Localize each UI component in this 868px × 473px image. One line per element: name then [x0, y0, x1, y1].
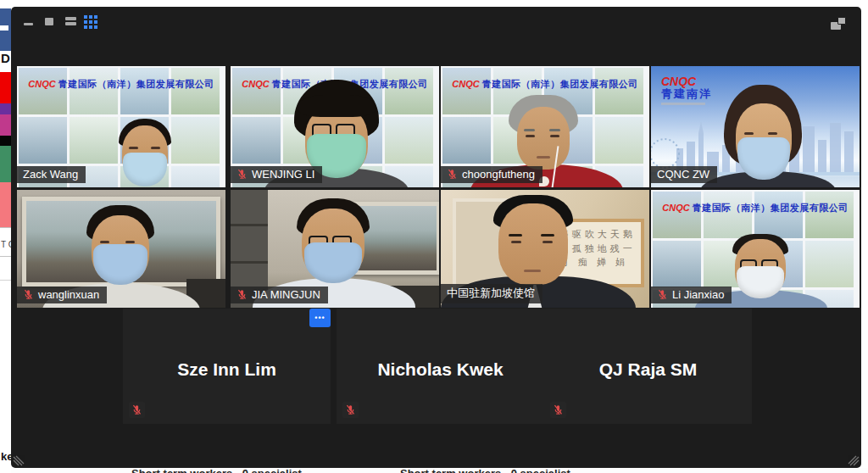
backdrop-photo: [805, 192, 854, 238]
muted-mic-icon: [131, 404, 142, 415]
video-tile-wanglinxuan[interactable]: wanglinxuan: [17, 190, 225, 308]
backdrop-photo: [232, 117, 281, 164]
more-options-button[interactable]: •••: [309, 309, 331, 327]
backdrop-photo: [704, 192, 752, 238]
backdrop-photo: [171, 68, 220, 114]
company-banner: CNQC青建国际（南洋）集团发展有限公司: [17, 78, 225, 91]
backdrop-photo: [120, 68, 169, 114]
logo-underline: [661, 103, 705, 105]
cnqc-logo-text: CNQC: [452, 79, 479, 89]
participant-person: [717, 85, 810, 187]
exit-fullscreen-icon-part: [837, 17, 846, 25]
muted-mic-chip: [342, 402, 359, 418]
video-tile-embassy[interactable]: 亭驱吹大天鹅 常孤独地残一 月 痴 婵 娟 中国驻新加坡使馆: [441, 190, 649, 308]
backdrop-photo: [442, 117, 491, 164]
muted-mic-icon: [553, 404, 564, 415]
meeting-window: CNQC青建国际（南洋）集团发展有限公司 Zack Wang CNQC青建国际（…: [11, 7, 861, 468]
muted-mic-icon: [236, 289, 248, 300]
backdrop-photo: [653, 241, 701, 287]
background-letter-d: D: [1, 51, 10, 65]
backdrop-photo: [442, 68, 491, 114]
backdrop-photo: [385, 68, 433, 114]
company-banner-text: 青建国际（南洋）集团发展有限公司: [58, 79, 214, 89]
backdrop-photo: [653, 192, 701, 238]
backdrop-photo: [232, 68, 281, 114]
shelf-line: [231, 224, 268, 226]
cnqc-logo-text: CNQC: [28, 79, 55, 89]
exit-fullscreen-icon[interactable]: [831, 17, 846, 30]
backdrop-photo: [595, 68, 643, 114]
shelf-line: [231, 261, 268, 264]
background-blue-cell-dash: [0, 25, 8, 31]
background-black-cell: [0, 136, 11, 146]
participant-name: WENJING LI: [252, 168, 314, 181]
muted-mic-icon: [447, 169, 458, 180]
muted-mic-icon: [23, 289, 34, 300]
muted-mic-icon: [345, 404, 356, 415]
background-gridline: [0, 256, 11, 257]
background-app-sliver: D T C ke: [0, 0, 11, 473]
cnqc-logo-text: CNQC: [662, 203, 689, 213]
background-purple-cell: [0, 103, 11, 114]
minimize-icon[interactable]: [24, 23, 33, 25]
backdrop-photo: [70, 68, 118, 114]
participant-name: JIA MINGJUN: [252, 288, 320, 301]
name-label: choongfutheng: [441, 166, 542, 183]
backdrop-photo: [385, 117, 433, 164]
audio-tile-nicholas-kwek[interactable]: Nicholas Kwek: [337, 309, 544, 424]
maximize-icon[interactable]: [45, 18, 53, 25]
backdrop-photo: [595, 117, 643, 164]
muted-mic-chip: [129, 402, 145, 418]
speaker-view-icon[interactable]: [65, 17, 76, 25]
video-tile-zack-wang[interactable]: CNQC青建国际（南洋）集团发展有限公司 Zack Wang: [17, 66, 225, 187]
name-label: JIA MINGJUN: [231, 287, 328, 303]
audio-tile-qj-raja-sm[interactable]: QJ Raja SM: [544, 309, 752, 424]
video-tile-jia-mingjun[interactable]: JIA MINGJUN: [231, 190, 439, 308]
company-banner: CNQC青建国际（南洋）集团发展有限公司: [441, 78, 649, 91]
participant-name: Zack Wang: [23, 168, 78, 181]
muted-mic-chip: [550, 402, 566, 418]
name-label: WENJING LI: [231, 166, 322, 183]
resize-grip-right[interactable]: [848, 454, 860, 466]
video-tile-li-jianxiao[interactable]: CNQC青建国际（南洋）集团发展有限公司 Li Jianxiao: [651, 190, 860, 308]
participant-name: QJ Raja SM: [544, 359, 752, 380]
participant-name: Sze Inn Lim: [123, 359, 331, 380]
name-label: 中国驻新加坡使馆: [441, 284, 542, 303]
backdrop-photo: [805, 241, 854, 287]
backdrop-photo: [19, 68, 67, 114]
company-banner-text: 青建国际（南洋）集团发展有限公司: [693, 203, 849, 213]
name-label: Li Jianxiao: [651, 287, 732, 303]
background-letters-ke: ke: [1, 450, 11, 463]
participant-name: 中国驻新加坡使馆: [447, 286, 535, 301]
name-label: CQNC ZW: [651, 166, 717, 183]
muted-mic-icon: [236, 169, 248, 180]
background-red-cell: [0, 72, 11, 103]
resize-grip-left[interactable]: [13, 454, 25, 466]
video-tile-wenjing-li[interactable]: CNQC青建国际（南洋）集团发展有限公司 WENJING LI: [231, 66, 439, 187]
background-green-cell: [0, 146, 11, 182]
cnqc-skyline-logo: CNQC 青建南洋: [661, 75, 712, 105]
participant-name: wanglinxuan: [38, 288, 99, 301]
name-label: wanglinxuan: [17, 287, 107, 303]
video-tile-choongfutheng[interactable]: CNQC青建国际（南洋）集团发展有限公司 choongfutheng: [441, 66, 649, 187]
gallery-view-icon[interactable]: [84, 15, 97, 29]
participant-name: Nicholas Kwek: [337, 359, 544, 380]
cnqc-logo-text: CNQC: [242, 79, 269, 89]
background-magenta-cell: [0, 114, 11, 136]
cnqc-logo-text: CNQC: [661, 75, 712, 88]
company-banner-text: 青建国际（南洋）集团发展有限公司: [482, 79, 638, 89]
background-partial-text: Short term workers - 0 specialist: [131, 468, 302, 473]
participant-name: choongfutheng: [462, 168, 535, 181]
muted-mic-icon: [657, 289, 668, 300]
background-gridline: [0, 280, 11, 281]
video-tile-cqnc-zw[interactable]: CNQC 青建南洋 CQNC ZW: [651, 66, 860, 187]
audio-tile-sze-inn-lim[interactable]: Sze Inn Lim •••: [123, 309, 331, 424]
participant-name: CQNC ZW: [657, 168, 709, 181]
company-banner: CNQC青建国际（南洋）集团发展有限公司: [651, 202, 860, 214]
background-partial-text: Short term workers - 0 specialist: [400, 468, 570, 473]
name-label: Zack Wang: [17, 166, 86, 183]
background-gridline: [0, 227, 11, 228]
background-salmon-cell: [0, 182, 11, 227]
background-page-bottom-sliver: Short term workers - 0 specialist Short …: [0, 468, 868, 473]
cnqc-logo-subtext: 青建南洋: [661, 88, 712, 101]
